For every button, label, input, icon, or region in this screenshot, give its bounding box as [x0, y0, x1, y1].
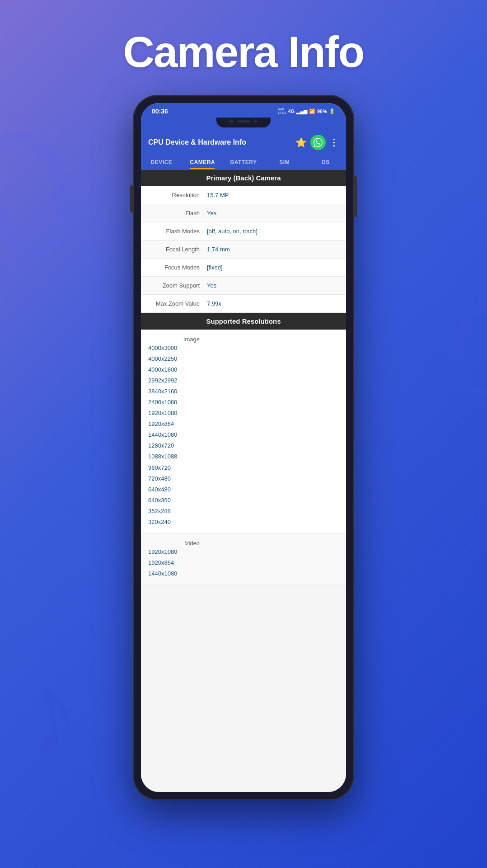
tab-camera[interactable]: CAMERA: [182, 155, 223, 169]
res-720x480: 720x480: [148, 473, 177, 484]
video-resolution-values: 1920x1080 1920x864 1440x1080: [148, 547, 177, 579]
vid-1920x864: 1920x864: [148, 557, 177, 568]
wifi-icon: 📶: [309, 108, 315, 114]
zoom-support-row: Zoom Support Yes: [141, 277, 346, 295]
res-1440x1080: 1440x1080: [148, 429, 177, 440]
flash-modes-row: Flash Modes [off, auto, on, torch]: [141, 222, 346, 241]
sensor: [254, 119, 258, 123]
res-3840x2160: 3840x2160: [148, 386, 177, 397]
phone-screen: 00:36 Vo0 LTE1 4G ▂▄▆ 📶 96% 🔋: [141, 103, 346, 792]
res-640x480: 640x480: [148, 484, 177, 495]
tab-bar: DEVICE CAMERA BATTERY SIM OS: [141, 155, 346, 170]
flash-label: Flash: [148, 210, 207, 217]
flash-modes-value: [off, auto, on, torch]: [207, 228, 339, 235]
star-icon[interactable]: ⭐: [295, 137, 307, 148]
page-title: Camera Info: [123, 27, 364, 77]
speaker: [237, 120, 250, 123]
focus-modes-value: [fixed]: [207, 264, 339, 271]
network-indicator: Vo0 LTE1: [278, 108, 286, 115]
focus-modes-row: Focus Modes [fixed]: [141, 259, 346, 277]
status-bar: 00:36 Vo0 LTE1 4G ▂▄▆ 📶 96% 🔋: [141, 103, 346, 118]
supported-resolutions-header: Supported Resolutions: [141, 313, 346, 330]
video-resolutions-row: Video 1920x1080 1920x864 1440x1080: [141, 533, 346, 585]
res-960x720: 960x720: [148, 462, 177, 473]
tab-sim[interactable]: SIM: [264, 155, 305, 169]
power-button: [354, 176, 357, 217]
image-label: Image: [148, 335, 207, 343]
phone-frame: 00:36 Vo0 LTE1 4G ▂▄▆ 📶 96% 🔋: [133, 95, 354, 800]
image-resolutions-row: Image 4000x3000 4000x2250 4000x1800 2992…: [141, 330, 346, 533]
notch-bar: [141, 118, 346, 130]
signal-icon: ▂▄▆: [296, 108, 307, 114]
tab-os[interactable]: OS: [305, 155, 346, 169]
focal-length-row: Focal Length 1.74 mm: [141, 241, 346, 259]
content-area: Primary (Back) Camera Resolution 15.7 MP…: [141, 170, 346, 792]
res-4000x1800: 4000x1800: [148, 364, 177, 375]
focus-modes-label: Focus Modes: [148, 264, 207, 271]
battery-level: 96%: [317, 108, 327, 114]
image-resolution-values: 4000x3000 4000x2250 4000x1800 2992x2992 …: [148, 343, 177, 528]
network-type: 4G: [288, 108, 295, 114]
app-title: CPU Device & Hardware Info: [148, 138, 292, 146]
status-icons: Vo0 LTE1 4G ▂▄▆ 📶 96% 🔋: [278, 108, 335, 115]
focal-length-value: 1.74 mm: [207, 246, 339, 253]
front-camera: [229, 119, 233, 123]
flash-modes-label: Flash Modes: [148, 228, 207, 235]
status-time: 00:36: [152, 108, 168, 115]
res-2992x2992: 2992x2992: [148, 375, 177, 386]
resolution-row: Resolution 15.7 MP: [141, 186, 346, 204]
resolution-value: 15.7 MP: [207, 192, 339, 198]
volume-button: [130, 185, 133, 212]
res-1920x1080: 1920x1080: [148, 408, 177, 419]
res-1920x864: 1920x864: [148, 419, 177, 429]
flash-row: Flash Yes: [141, 204, 346, 222]
resolution-label: Resolution: [148, 192, 207, 198]
res-352x288: 352x288: [148, 506, 177, 517]
primary-camera-header: Primary (Back) Camera: [141, 170, 346, 186]
res-320x240: 320x240: [148, 517, 177, 528]
tab-battery[interactable]: BATTERY: [223, 155, 264, 169]
focal-length-label: Focal Length: [148, 246, 207, 253]
res-2400x1080: 2400x1080: [148, 397, 177, 408]
zoom-support-value: Yes: [207, 282, 339, 289]
app-header: CPU Device & Hardware Info ⭐ ⋮: [141, 130, 346, 155]
max-zoom-value: 7.99x: [207, 300, 339, 307]
more-menu-button[interactable]: ⋮: [329, 137, 339, 148]
vid-1920x1080: 1920x1080: [148, 547, 177, 557]
max-zoom-label: Max Zoom Value: [148, 300, 207, 307]
res-4000x3000: 4000x3000: [148, 343, 177, 354]
tab-device[interactable]: DEVICE: [141, 155, 182, 169]
res-1088x1088: 1088x1088: [148, 451, 177, 462]
notch: [216, 118, 271, 127]
video-label: Video: [148, 539, 207, 547]
max-zoom-row: Max Zoom Value 7.99x: [141, 295, 346, 313]
vid-1440x1080: 1440x1080: [148, 568, 177, 579]
zoom-support-label: Zoom Support: [148, 282, 207, 289]
battery-icon: 🔋: [329, 108, 335, 114]
flash-value: Yes: [207, 210, 339, 217]
res-640x360: 640x360: [148, 495, 177, 506]
whatsapp-button[interactable]: [310, 135, 326, 150]
res-4000x2250: 4000x2250: [148, 354, 177, 364]
res-1280x720: 1280x720: [148, 440, 177, 451]
